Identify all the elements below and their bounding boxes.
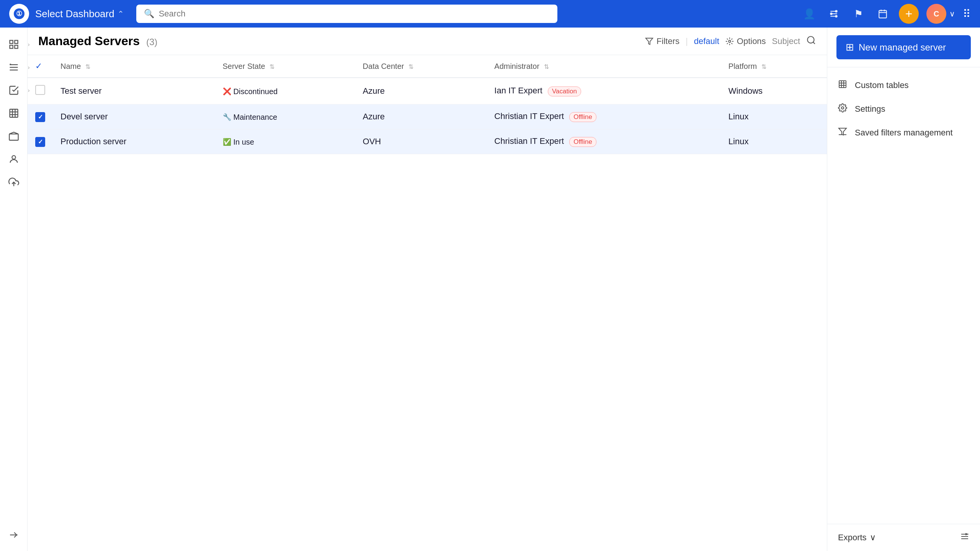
flag-icon[interactable]: ⚑ bbox=[850, 5, 867, 22]
panel-collapse-button[interactable] bbox=[960, 532, 969, 543]
svg-point-30 bbox=[728, 40, 731, 42]
col-data-center[interactable]: Data Center ⇅ bbox=[355, 55, 487, 78]
filter-default[interactable]: default bbox=[694, 36, 719, 46]
menu-item-custom-tables[interactable]: Custom tables bbox=[827, 73, 980, 97]
page-header: Managed Servers (3) Filters | default Op… bbox=[28, 28, 827, 55]
row-administrator: Christian IT Expert Offline bbox=[487, 104, 721, 129]
sidebar-item-layers[interactable] bbox=[2, 126, 25, 147]
col-platform[interactable]: Platform ⇅ bbox=[721, 55, 827, 78]
right-panel-top: ⊞ New managed server bbox=[827, 28, 980, 67]
row-checkbox-cell[interactable] bbox=[28, 78, 53, 104]
sidebar-bottom bbox=[2, 525, 25, 545]
new-managed-server-button[interactable]: ⊞ New managed server bbox=[836, 35, 971, 59]
sidebar-item-user[interactable] bbox=[2, 148, 25, 170]
administrator-tag: Vacation bbox=[548, 86, 581, 96]
logo[interactable]: ① bbox=[9, 4, 29, 24]
sidebar-item-checklist[interactable]: › bbox=[2, 80, 25, 101]
avatar: C bbox=[926, 4, 946, 24]
svg-point-31 bbox=[807, 36, 814, 43]
col-administrator[interactable]: Administrator ⇅ bbox=[487, 55, 721, 78]
sort-arrows-icon: ⇅ bbox=[544, 64, 549, 70]
table-header-row: ✓ Name ⇅ Server State ⇅ Data Center ⇅ bbox=[28, 55, 827, 78]
exports-button[interactable]: Exports ∨ bbox=[838, 533, 876, 543]
search-bar[interactable]: 🔍 bbox=[136, 5, 557, 23]
svg-text:①: ① bbox=[16, 10, 22, 18]
user-icon[interactable]: 👤 bbox=[801, 5, 818, 22]
expand-arrow-icon: › bbox=[28, 41, 30, 47]
sidebar-item-grid[interactable] bbox=[2, 103, 25, 124]
svg-rect-13 bbox=[15, 41, 18, 44]
sliders-icon[interactable] bbox=[825, 5, 842, 22]
row-checkbox[interactable] bbox=[35, 112, 45, 122]
filter-divider: | bbox=[686, 36, 688, 46]
svg-rect-15 bbox=[15, 45, 18, 48]
avatar-container[interactable]: C ∨ bbox=[926, 4, 955, 24]
svg-rect-8 bbox=[879, 10, 887, 18]
svg-rect-19 bbox=[10, 64, 11, 65]
row-checkbox-cell[interactable] bbox=[28, 104, 53, 129]
custom-tables-icon bbox=[838, 80, 849, 91]
sidebar-item-upload[interactable] bbox=[2, 171, 25, 193]
sidebar-item-list[interactable]: › bbox=[2, 57, 25, 78]
saved-filters-icon bbox=[838, 127, 849, 139]
servers-table: ✓ Name ⇅ Server State ⇅ Data Center ⇅ bbox=[28, 55, 827, 154]
filters-button[interactable]: Filters bbox=[645, 36, 679, 46]
page-count: (3) bbox=[146, 37, 157, 47]
topnav-actions: 👤 ⚑ + C ∨ ⠿ bbox=[801, 4, 971, 24]
options-button[interactable]: Options bbox=[725, 36, 766, 46]
svg-rect-20 bbox=[10, 109, 18, 117]
search-icon: 🔍 bbox=[144, 9, 154, 19]
row-server-state: 🔧 Maintenance bbox=[215, 104, 355, 129]
select-all-header[interactable]: ✓ bbox=[28, 55, 53, 78]
dashboard-selector[interactable]: Select Dashboard ⌃ bbox=[35, 8, 124, 20]
header-actions: Filters | default Options Subject bbox=[645, 35, 816, 47]
row-administrator: Christian IT Expert Offline bbox=[487, 129, 721, 154]
row-checkbox[interactable] bbox=[35, 137, 45, 147]
row-data-center: OVH bbox=[355, 129, 487, 154]
sidebar: › › › bbox=[0, 28, 28, 551]
svg-line-32 bbox=[813, 42, 815, 44]
settings-icon bbox=[838, 103, 849, 115]
row-data-center: Azure bbox=[355, 104, 487, 129]
row-data-center: Azure bbox=[355, 78, 487, 104]
row-checkbox[interactable] bbox=[35, 85, 45, 95]
right-panel: ⊞ New managed server Custom tables Setti… bbox=[827, 28, 980, 551]
row-administrator: Ian IT Expert Vacation bbox=[487, 78, 721, 104]
row-checkbox-cell[interactable] bbox=[28, 129, 53, 154]
main-content: Managed Servers (3) Filters | default Op… bbox=[28, 28, 827, 551]
col-name[interactable]: Name ⇅ bbox=[53, 55, 215, 78]
calendar-icon[interactable] bbox=[874, 5, 891, 22]
table-row: Test server❌ DiscontinuedAzureIan IT Exp… bbox=[28, 78, 827, 104]
topnav: ① Select Dashboard ⌃ 🔍 👤 ⚑ + C ∨ bbox=[0, 0, 980, 28]
add-button[interactable]: + bbox=[899, 4, 919, 24]
dashboard-label: Select Dashboard bbox=[35, 8, 114, 20]
row-platform: Linux bbox=[721, 104, 827, 129]
menu-item-label: Custom tables bbox=[855, 80, 909, 90]
expand-arrow-icon: › bbox=[28, 87, 30, 93]
main-layout: › › › bbox=[0, 28, 980, 551]
svg-point-26 bbox=[12, 156, 15, 159]
search-button[interactable] bbox=[806, 35, 816, 47]
search-input[interactable] bbox=[159, 9, 550, 19]
svg-point-6 bbox=[830, 13, 832, 15]
svg-point-5 bbox=[835, 10, 837, 12]
sidebar-item-dashboard[interactable]: › bbox=[2, 34, 25, 55]
svg-marker-29 bbox=[646, 38, 653, 44]
right-panel-footer: Exports ∨ bbox=[827, 524, 980, 551]
svg-point-38 bbox=[841, 107, 844, 109]
row-name: Test server bbox=[53, 78, 215, 104]
sort-arrows-icon: ⇅ bbox=[85, 64, 90, 70]
right-panel-menu: Custom tables Settings Saved filters man… bbox=[827, 67, 980, 524]
row-platform: Linux bbox=[721, 129, 827, 154]
avatar-chevron-icon: ∨ bbox=[949, 9, 955, 18]
svg-rect-25 bbox=[9, 134, 18, 140]
menu-item-settings[interactable]: Settings bbox=[827, 97, 980, 121]
sidebar-collapse-button[interactable] bbox=[2, 525, 25, 545]
svg-point-7 bbox=[835, 15, 837, 17]
col-server-state[interactable]: Server State ⇅ bbox=[215, 55, 355, 78]
administrator-tag: Offline bbox=[569, 137, 596, 147]
menu-item-saved-filters[interactable]: Saved filters management bbox=[827, 121, 980, 145]
subject-button[interactable]: Subject bbox=[772, 36, 800, 46]
svg-rect-12 bbox=[10, 41, 13, 44]
grid-icon[interactable]: ⠿ bbox=[963, 8, 971, 20]
